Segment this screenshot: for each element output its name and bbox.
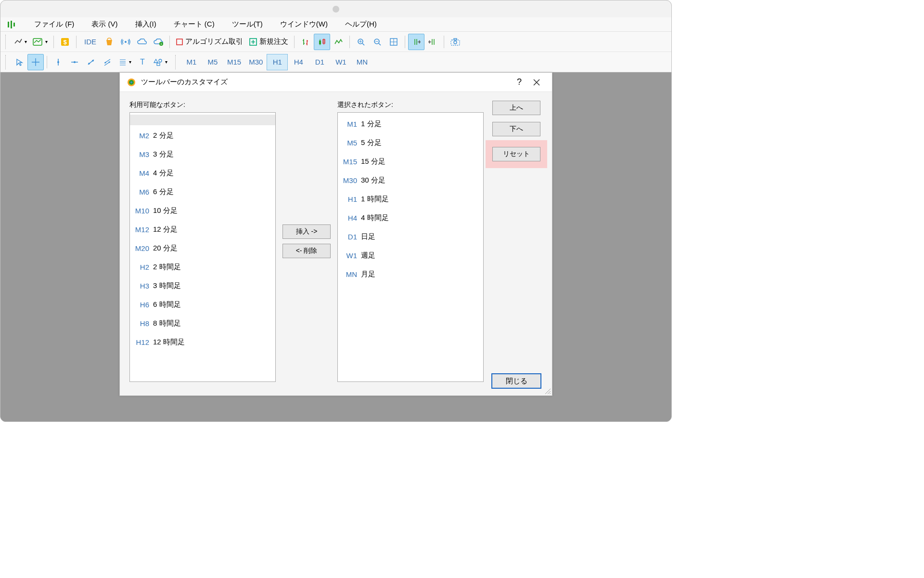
list-item[interactable]: D1日足 bbox=[338, 227, 483, 246]
list-item[interactable]: W1週足 bbox=[338, 246, 483, 265]
work-area: ツールバーのカスタマイズ ? 利用可能なボタン: M22 分足M33 分足M44… bbox=[0, 72, 671, 421]
line-chart-icon[interactable] bbox=[330, 34, 346, 50]
list-item-label: 12 時間足 bbox=[153, 338, 185, 347]
hline-icon[interactable] bbox=[66, 54, 83, 70]
list-item[interactable]: M44 分足 bbox=[130, 164, 275, 183]
scroll-left-icon[interactable] bbox=[424, 34, 441, 50]
dollar-button[interactable]: $ bbox=[57, 34, 73, 50]
list-item[interactable]: M11 分足 bbox=[338, 115, 483, 133]
new-order-button[interactable]: 新規注文 bbox=[246, 34, 291, 50]
list-item[interactable]: MN月足 bbox=[338, 265, 483, 284]
timeframe-h1[interactable]: H1 bbox=[267, 54, 288, 70]
list-item-label: 1 時間足 bbox=[361, 195, 389, 204]
indicator-button[interactable]: ▾ bbox=[30, 34, 51, 50]
screenshot-icon[interactable] bbox=[447, 34, 463, 50]
svg-rect-39 bbox=[454, 39, 457, 40]
candle-chart-icon[interactable] bbox=[314, 34, 330, 50]
list-item-code: H12 bbox=[133, 338, 153, 346]
timeframe-m1[interactable]: M1 bbox=[181, 54, 202, 70]
text-icon[interactable]: T bbox=[134, 54, 151, 70]
help-button[interactable]: ? bbox=[511, 74, 528, 91]
customize-toolbar-dialog: ツールバーのカスタマイズ ? 利用可能なボタン: M22 分足M33 分足M44… bbox=[119, 72, 552, 396]
svg-point-45 bbox=[74, 61, 76, 63]
toolbar-draw: ▾ T ▾ M1M5M15M30H1H4D1W1MN bbox=[0, 52, 671, 72]
list-item[interactable]: M1010 分足 bbox=[130, 201, 275, 220]
dialog-footer: 閉じる bbox=[120, 373, 552, 395]
timeframe-mn[interactable]: MN bbox=[351, 54, 372, 70]
trendline-icon[interactable] bbox=[83, 54, 99, 70]
close-icon[interactable] bbox=[528, 74, 545, 91]
svg-point-58 bbox=[159, 59, 162, 62]
list-item[interactable] bbox=[130, 115, 275, 125]
list-item[interactable]: M66 分足 bbox=[130, 183, 275, 201]
list-item[interactable]: M2020 分足 bbox=[130, 239, 275, 258]
available-listbox[interactable]: M22 分足M33 分足M44 分足M66 分足M1010 分足M1212 分足… bbox=[129, 112, 276, 382]
list-item-label: 20 分足 bbox=[153, 244, 178, 253]
list-item[interactable]: M1212 分足 bbox=[130, 220, 275, 239]
chart-type-button[interactable]: ▾ bbox=[11, 34, 30, 50]
cloud-add-button[interactable]: + bbox=[150, 34, 167, 50]
delete-button[interactable]: <- 削除 bbox=[282, 244, 331, 258]
menu-insert[interactable]: 挿入(I) bbox=[127, 18, 165, 31]
timeframe-m15[interactable]: M15 bbox=[223, 54, 245, 70]
crosshair-icon[interactable] bbox=[27, 54, 44, 70]
signal-button[interactable] bbox=[117, 34, 134, 50]
shapes-icon[interactable]: ▾ bbox=[151, 54, 170, 70]
cursor-icon[interactable] bbox=[11, 54, 27, 70]
list-item[interactable]: H33 時間足 bbox=[130, 276, 275, 295]
list-item[interactable]: M3030 分足 bbox=[338, 171, 483, 190]
toolbar-separator bbox=[349, 36, 350, 48]
vline-icon[interactable] bbox=[50, 54, 66, 70]
insert-button[interactable]: 挿入 -> bbox=[282, 224, 331, 239]
tile-icon[interactable] bbox=[385, 34, 402, 50]
list-item-label: 6 分足 bbox=[153, 187, 174, 197]
market-button[interactable] bbox=[101, 34, 117, 50]
selected-listbox[interactable]: M11 分足M55 分足M1515 分足M3030 分足H11 時間足H44 時… bbox=[337, 112, 484, 382]
list-item[interactable]: M55 分足 bbox=[338, 133, 483, 152]
algo-trade-button[interactable]: アルゴリズム取引 bbox=[173, 34, 246, 50]
list-item-code: M10 bbox=[133, 207, 153, 215]
menu-tool[interactable]: ツール(T) bbox=[223, 18, 271, 31]
timeframe-h4[interactable]: H4 bbox=[288, 54, 309, 70]
reset-button[interactable]: リセット bbox=[492, 147, 540, 161]
toolbar-grip-icon[interactable] bbox=[5, 55, 8, 69]
list-item-code: H3 bbox=[133, 282, 153, 290]
zoom-out-icon[interactable] bbox=[369, 34, 385, 50]
list-item[interactable]: H66 時間足 bbox=[130, 295, 275, 314]
scroll-right-icon[interactable] bbox=[408, 34, 424, 50]
svg-text:T: T bbox=[140, 58, 145, 66]
menu-help[interactable]: ヘルプ(H) bbox=[336, 18, 385, 31]
close-button[interactable]: 閉じる bbox=[491, 373, 541, 389]
bar-chart-icon[interactable] bbox=[297, 34, 314, 50]
down-button[interactable]: 下へ bbox=[492, 122, 540, 136]
list-item[interactable]: H11 時間足 bbox=[338, 190, 483, 209]
list-item[interactable]: H88 時間足 bbox=[130, 314, 275, 333]
ide-button[interactable]: IDE bbox=[79, 34, 101, 50]
menu-chart[interactable]: チャート (C) bbox=[165, 18, 223, 31]
timeframe-m5[interactable]: M5 bbox=[202, 54, 223, 70]
menu-window[interactable]: ウインドウ(W) bbox=[271, 18, 336, 31]
list-item[interactable]: H22 時間足 bbox=[130, 258, 275, 276]
list-item-label: 3 分足 bbox=[153, 150, 174, 159]
resize-grip-icon[interactable] bbox=[544, 388, 551, 394]
toolbar-grip-icon[interactable] bbox=[175, 55, 178, 69]
menu-file[interactable]: ファイル (F) bbox=[26, 18, 83, 31]
list-item-label: 1 分足 bbox=[361, 119, 382, 129]
zoom-in-icon[interactable] bbox=[353, 34, 369, 50]
svg-line-28 bbox=[379, 43, 381, 45]
list-item[interactable]: M33 分足 bbox=[130, 145, 275, 164]
cloud-button[interactable] bbox=[134, 34, 150, 50]
timeframe-d1[interactable]: D1 bbox=[309, 54, 330, 70]
list-item[interactable]: M22 分足 bbox=[130, 126, 275, 145]
list-item[interactable]: M1515 分足 bbox=[338, 152, 483, 171]
menu-view[interactable]: 表示 (V) bbox=[83, 18, 126, 31]
timeframe-m30[interactable]: M30 bbox=[245, 54, 267, 70]
channel-icon[interactable] bbox=[99, 54, 116, 70]
list-item[interactable]: H1212 時間足 bbox=[130, 333, 275, 352]
toolbar-grip-icon[interactable] bbox=[5, 35, 8, 49]
svg-point-51 bbox=[105, 62, 106, 63]
fibo-icon[interactable]: ▾ bbox=[116, 54, 134, 70]
timeframe-w1[interactable]: W1 bbox=[330, 54, 351, 70]
up-button[interactable]: 上へ bbox=[492, 101, 540, 115]
list-item[interactable]: H44 時間足 bbox=[338, 209, 483, 227]
